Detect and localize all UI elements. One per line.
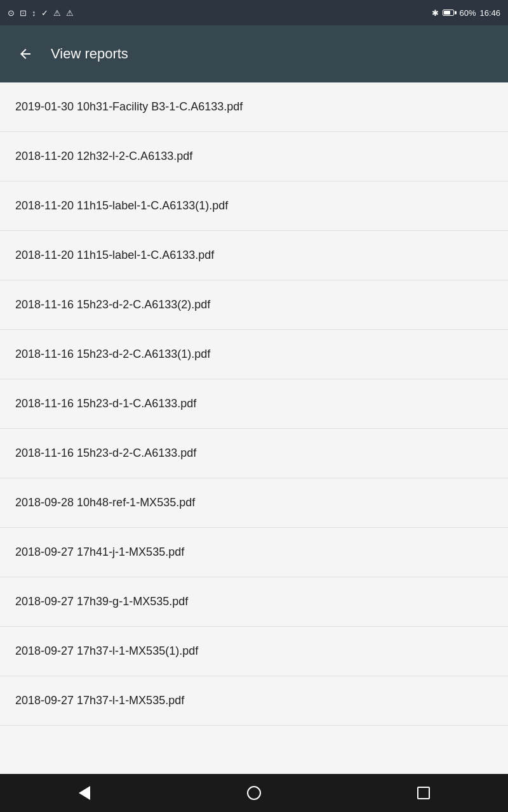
- page-title: View reports: [51, 46, 128, 62]
- app-bar: View reports: [0, 25, 508, 82]
- report-filename: 2018-09-27 17h39-g-1-MX535.pdf: [15, 595, 188, 608]
- status-bar: ⊙ ⊡ ↕ ✓ ⚠ ⚠ ✱ 60% 16:46: [0, 0, 508, 25]
- list-item[interactable]: 2018-09-28 10h48-ref-1-MX535.pdf: [0, 478, 508, 528]
- notification-icon-3: ↕: [32, 8, 36, 18]
- list-item[interactable]: 2018-11-20 11h15-label-1-C.A6133.pdf: [0, 231, 508, 280]
- report-filename: 2018-11-16 15h23-d-2-C.A6133.pdf: [15, 447, 196, 460]
- report-filename: 2018-11-16 15h23-d-2-C.A6133(2).pdf: [15, 298, 210, 311]
- clock: 16:46: [479, 8, 500, 18]
- list-item[interactable]: 2018-09-27 17h37-l-1-MX535(1).pdf: [0, 627, 508, 676]
- report-filename: 2018-09-27 17h41-j-1-MX535.pdf: [15, 546, 184, 559]
- list-item[interactable]: 2018-11-16 15h23-d-2-C.A6133(1).pdf: [0, 330, 508, 379]
- list-item[interactable]: 2018-09-27 17h39-g-1-MX535.pdf: [0, 577, 508, 627]
- status-icons-left: ⊙ ⊡ ↕ ✓ ⚠ ⚠: [8, 8, 74, 18]
- nav-bar: [0, 774, 508, 812]
- warning-icon-2: ⚠: [66, 8, 74, 18]
- report-filename: 2019-01-30 10h31-Facility B3-1-C.A6133.p…: [15, 100, 243, 114]
- list-item[interactable]: 2018-09-27 17h41-j-1-MX535.pdf: [0, 528, 508, 577]
- warning-icon-1: ⚠: [53, 8, 61, 18]
- list-item[interactable]: 2018-11-16 15h23-d-1-C.A6133.pdf: [0, 379, 508, 429]
- status-icons-right: ✱ 60% 16:46: [432, 8, 500, 18]
- checkmark-icon: ✓: [41, 8, 48, 18]
- report-filename: 2018-11-16 15h23-d-1-C.A6133.pdf: [15, 397, 196, 410]
- report-filename: 2018-09-27 17h37-l-1-MX535.pdf: [15, 694, 184, 707]
- bluetooth-icon: ✱: [432, 8, 439, 18]
- battery-icon: [443, 10, 454, 16]
- report-filename: 2018-11-20 11h15-label-1-C.A6133(1).pdf: [15, 199, 228, 213]
- list-item[interactable]: 2018-11-20 12h32-l-2-C.A6133.pdf: [0, 132, 508, 181]
- battery-percentage: 60%: [459, 8, 476, 18]
- list-item[interactable]: 2018-11-16 15h23-d-2-C.A6133(2).pdf: [0, 280, 508, 330]
- list-item[interactable]: 2018-11-16 15h23-d-2-C.A6133.pdf: [0, 429, 508, 478]
- nav-home-button[interactable]: [235, 774, 273, 812]
- list-item[interactable]: 2018-11-20 11h15-label-1-C.A6133(1).pdf: [0, 181, 508, 231]
- nav-back-button[interactable]: [65, 774, 104, 812]
- list-item[interactable]: 2019-01-30 10h31-Facility B3-1-C.A6133.p…: [0, 82, 508, 132]
- report-filename: 2018-09-28 10h48-ref-1-MX535.pdf: [15, 496, 195, 509]
- report-filename: 2018-11-16 15h23-d-2-C.A6133(1).pdf: [15, 348, 210, 361]
- report-filename: 2018-11-20 11h15-label-1-C.A6133.pdf: [15, 249, 214, 262]
- report-filename: 2018-09-27 17h37-l-1-MX535(1).pdf: [15, 645, 198, 658]
- notification-icon-2: ⊡: [20, 8, 27, 18]
- back-button[interactable]: [13, 41, 38, 67]
- nav-recents-button[interactable]: [404, 774, 443, 812]
- report-filename: 2018-11-20 12h32-l-2-C.A6133.pdf: [15, 150, 192, 163]
- notification-icon-1: ⊙: [8, 8, 15, 18]
- list-item[interactable]: 2018-09-27 17h37-l-1-MX535.pdf: [0, 676, 508, 726]
- reports-list: 2019-01-30 10h31-Facility B3-1-C.A6133.p…: [0, 82, 508, 774]
